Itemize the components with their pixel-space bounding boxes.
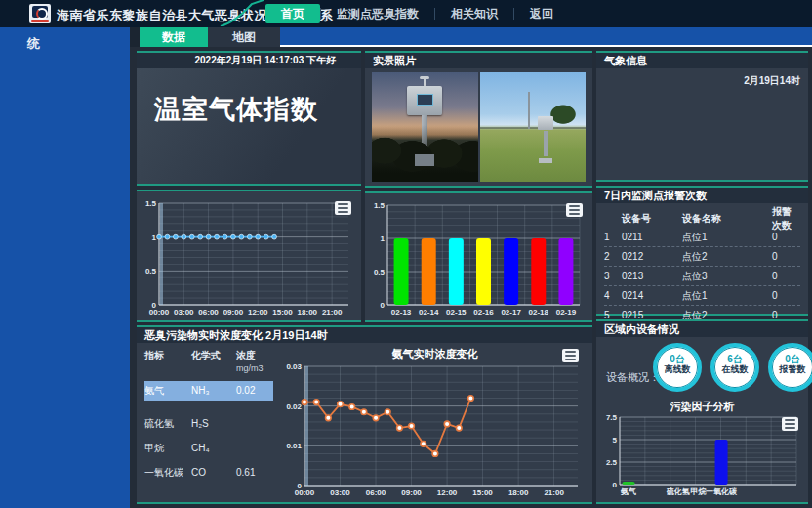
badge-alarm: 0台报警数 <box>768 343 812 392</box>
tab-strip: 数据 地图 <box>130 27 812 47</box>
alarm-table-header: 设备号设备名称报警次数 <box>604 209 800 228</box>
svg-text:1: 1 <box>381 234 386 243</box>
svg-text:15:00: 15:00 <box>272 308 293 317</box>
svg-text:12:00: 12:00 <box>248 308 268 317</box>
page-title: 温室气体指数 <box>154 92 361 127</box>
svg-text:02-15: 02-15 <box>446 308 467 317</box>
table-row[interactable]: 氨气NH₃0.02 <box>144 381 273 401</box>
photo-row <box>372 72 586 182</box>
datetime-text: 2022年2月19日 14:17:03 下午好 <box>137 53 361 68</box>
app-logo-icon <box>29 4 51 23</box>
weather-panel-title: 气象信息 <box>596 53 808 68</box>
svg-text:0.5: 0.5 <box>145 267 157 275</box>
svg-text:03:00: 03:00 <box>174 308 194 317</box>
greenhouse-trend-panel: 00.511.500:0003:0006:0009:0012:0015:0018… <box>137 190 361 322</box>
table-row[interactable]: 一氧化碳CO0.61 <box>144 463 273 483</box>
top-bar: 海南省乐东黎族自治县大气恶臭状况实时发布系 首页监测点恶臭指数相关知识返回 <box>0 0 812 27</box>
svg-text:0.03: 0.03 <box>286 362 302 371</box>
svg-text:18:00: 18:00 <box>298 308 318 317</box>
badge-offline: 0台离线数 <box>653 343 702 392</box>
ammonia-chart-title: 氨气实时浓度变化 <box>277 347 592 361</box>
svg-text:00:00: 00:00 <box>149 308 170 317</box>
svg-text:21:00: 21:00 <box>544 488 564 497</box>
left-sidebar: 统 <box>0 27 130 508</box>
svg-text:一氧化碳: 一氧化碳 <box>706 487 738 495</box>
photos-panel: 实景照片 <box>365 51 592 188</box>
odor-table: 指标化学式浓度mg/m3氨气NH₃0.02硫化氢H₂S甲烷CH₄一氧化碳CO0.… <box>137 343 277 502</box>
table-row[interactable]: 硫化氢H₂S <box>144 414 273 434</box>
svg-text:7.5: 7.5 <box>606 413 618 422</box>
alarms-panel: 7日内监测点报警次数 设备号设备名称报警次数10211点位1020212点位20… <box>596 186 808 316</box>
daily-index-panel: 00.511.502-1302-1402-1502-1602-1702-1802… <box>365 191 592 322</box>
table-row: 20212点位20 <box>604 247 800 267</box>
devices-panel-title: 区域内设备情况 <box>596 321 808 337</box>
table-row: 30213点位30 <box>604 267 800 286</box>
odor-panel: 恶臭污染物实时浓度变化 2月19日14时 指标化学式浓度mg/m3氨气NH₃0.… <box>137 325 592 504</box>
nav-item-odor-index[interactable]: 监测点恶臭指数 <box>321 4 434 23</box>
photo-field-station <box>480 72 587 182</box>
photos-panel-title: 实景照片 <box>365 53 592 68</box>
svg-text:12:00: 12:00 <box>437 488 458 497</box>
svg-text:甲烷: 甲烷 <box>691 487 708 495</box>
chart-ammonia: 00.010.020.0300:0003:0006:0009:0012:0015… <box>279 360 589 503</box>
badge-online: 6台在线数 <box>710 343 759 392</box>
weather-date: 2月19日14时 <box>744 74 800 88</box>
svg-text:09:00: 09:00 <box>401 488 422 497</box>
odor-table-header: 指标化学式浓度mg/m3 <box>144 349 273 373</box>
svg-text:02-13: 02-13 <box>391 308 412 317</box>
dashboard-screen: 海南省乐东黎族自治县大气恶臭状况实时发布系 首页监测点恶臭指数相关知识返回 统 … <box>0 0 812 508</box>
svg-text:06:00: 06:00 <box>198 308 219 317</box>
svg-text:0.5: 0.5 <box>374 268 386 276</box>
nav-item-knowledge[interactable]: 相关知识 <box>435 4 513 23</box>
svg-text:21:00: 21:00 <box>322 308 343 317</box>
chart-toolbox-icon[interactable] <box>335 201 351 215</box>
chart-toolbox-icon[interactable] <box>566 203 583 217</box>
svg-text:02-19: 02-19 <box>556 308 577 317</box>
svg-text:氨气: 氨气 <box>620 487 636 495</box>
chart-toolbox-icon[interactable] <box>782 417 798 431</box>
ammonia-chart-area: 氨气实时浓度变化 00.010.020.0300:0003:0006:0009:… <box>277 343 592 502</box>
svg-text:09:00: 09:00 <box>223 308 244 317</box>
tab-strip-fill <box>280 27 812 45</box>
tab-map[interactable]: 地图 <box>208 27 280 47</box>
svg-text:0: 0 <box>381 301 386 310</box>
svg-text:00:00: 00:00 <box>295 488 315 497</box>
svg-text:02-18: 02-18 <box>529 308 549 317</box>
device-badges: 0台离线数6台在线数0台报警数 <box>653 343 812 392</box>
alarms-panel-title: 7日内监测点报警次数 <box>596 188 808 203</box>
svg-text:5: 5 <box>613 436 618 444</box>
svg-text:0.02: 0.02 <box>286 402 302 411</box>
svg-text:02-16: 02-16 <box>473 308 494 317</box>
nav-item-home[interactable]: 首页 <box>265 4 320 23</box>
nav-item-back[interactable]: 返回 <box>514 4 569 23</box>
title-overflow-text: 统 <box>27 35 40 53</box>
pollution-analysis-title: 污染因子分析 <box>596 400 808 414</box>
svg-text:02-17: 02-17 <box>501 308 521 317</box>
greeting-panel: 2022年2月19日 14:17:03 下午好 温室气体指数 <box>137 51 361 186</box>
device-overview-label: 设备概况： <box>606 370 660 385</box>
nav-swoosh-decoration <box>219 0 264 26</box>
greeting-body: 温室气体指数 <box>137 68 361 184</box>
svg-text:06:00: 06:00 <box>366 488 386 497</box>
chart-pollution-factor: 02.557.5氨气硫化氢甲烷一氧化碳 <box>602 413 802 499</box>
main-nav: 首页监测点恶臭指数相关知识返回 <box>265 4 569 23</box>
devices-panel: 区域内设备情况 设备概况： 0台离线数6台在线数0台报警数 污染因子分析 02.… <box>596 319 808 504</box>
photo-sunset-station <box>372 72 478 182</box>
odor-panel-title: 恶臭污染物实时浓度变化 2月19日14时 <box>137 327 592 343</box>
table-row: 10211点位10 <box>604 228 800 247</box>
svg-text:1: 1 <box>152 233 157 242</box>
svg-text:2.5: 2.5 <box>606 458 618 467</box>
svg-text:1.5: 1.5 <box>145 199 157 208</box>
chart-toolbox-icon[interactable] <box>562 349 579 362</box>
svg-text:03:00: 03:00 <box>330 488 350 497</box>
svg-text:0.01: 0.01 <box>286 442 302 450</box>
chart-daily-index: 00.511.502-1302-1402-1502-1602-1702-1802… <box>368 197 589 322</box>
svg-text:18:00: 18:00 <box>508 488 529 497</box>
chart-greenhouse-trend: 00.511.500:0003:0006:0009:0012:0015:0018… <box>140 195 358 322</box>
svg-text:0: 0 <box>613 481 618 489</box>
svg-text:02-14: 02-14 <box>419 308 439 317</box>
svg-text:15:00: 15:00 <box>472 488 493 497</box>
table-row[interactable]: 甲烷CH₄ <box>144 439 273 458</box>
svg-text:1.5: 1.5 <box>374 201 386 210</box>
tab-data[interactable]: 数据 <box>140 27 208 47</box>
